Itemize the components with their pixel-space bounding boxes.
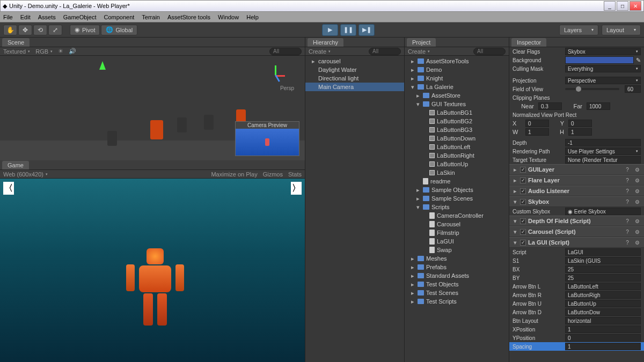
global-toggle[interactable]: 🌐Global [101,25,137,35]
hierarchy-create-dropdown[interactable]: Create [309,48,331,55]
custom-skybox-field[interactable]: ◉ Eerie Skybox [565,208,641,215]
expand-icon[interactable]: ▸ [410,76,415,81]
layers-dropdown[interactable]: Layers [559,25,598,35]
expand-icon[interactable]: ▸ [410,290,415,295]
script-field[interactable]: 1 [565,343,641,350]
project-item[interactable]: LaButtonBG1 [405,108,509,117]
expand-icon[interactable]: ▸ [410,67,415,72]
fov-slider[interactable] [565,88,619,90]
hierarchy-item[interactable]: ▸carousel [305,57,404,65]
project-item[interactable]: ▸Demo [405,65,509,74]
expand-icon[interactable]: ▸ [415,93,421,98]
stats-toggle[interactable]: Stats [288,171,302,178]
script-field[interactable]: 25 [565,274,641,282]
layout-dropdown[interactable]: Layout [602,25,641,35]
project-item[interactable]: ▸Sample Scenes [405,194,509,203]
component-enable-checkbox[interactable] [520,178,526,183]
expand-icon[interactable]: ▾ [410,84,415,90]
game-resolution-dropdown[interactable]: Web (600x420) [3,171,48,178]
script-field[interactable]: horizontal [565,317,641,324]
script-field[interactable]: 25 [565,265,641,273]
component-header[interactable]: ▾Skybox?⚙ [509,196,644,207]
project-item[interactable]: LaButtonBG3 [405,125,509,134]
rotate-tool-button[interactable]: ⟲ [33,25,47,35]
project-item[interactable]: ▸Test Objects [405,280,509,289]
project-item[interactable]: ▸Test Scripts [405,297,509,306]
scene-search-input[interactable] [269,48,302,55]
component-header[interactable]: ▸Flare Layer?⚙ [509,175,644,186]
project-item[interactable]: ▾La Galerie [405,83,509,91]
project-tab[interactable]: Project [407,38,436,47]
game-view[interactable]: 〈 〉 [0,179,305,362]
script-field[interactable]: LaSkin (GUIS [565,257,641,264]
scale-tool-button[interactable]: ⤢ [48,25,62,35]
help-icon[interactable]: ? [624,166,631,173]
project-item[interactable]: LaSkin [405,168,509,177]
help-icon[interactable]: ? [624,187,631,195]
expand-icon[interactable]: ▸ [513,178,518,183]
hierarchy-item[interactable]: Main Camera [305,83,404,91]
expand-icon[interactable]: ▾ [513,218,518,224]
expand-icon[interactable]: ▾ [415,204,421,210]
gear-icon[interactable]: ⚙ [633,217,641,225]
project-item[interactable]: ▸AssetStore [405,91,509,100]
project-item[interactable]: Swap [405,246,509,254]
scene-view[interactable]: Persp Camera Preview [0,56,305,160]
help-icon[interactable]: ? [624,239,631,246]
project-item[interactable]: LaButtonUp [405,160,509,168]
project-item[interactable]: ▸AssetStoreTools [405,57,509,65]
project-item[interactable]: ▸Test Scenes [405,289,509,297]
clear-flags-dropdown[interactable]: Skybox [565,48,641,55]
scene-tab[interactable]: Scene [2,38,30,47]
viewport-x-input[interactable]: 0 [525,120,549,127]
near-clip-input[interactable]: 0.3 [538,102,562,110]
project-item[interactable]: LaButtonRight [405,151,509,160]
audio-icon[interactable]: 🔊 [69,48,76,55]
next-arrow-button[interactable]: 〉 [291,182,302,195]
expand-icon[interactable]: ▸ [513,188,518,194]
component-enable-checkbox[interactable] [520,199,526,205]
project-item[interactable]: ▸Sample Objects [405,186,509,194]
eyedropper-icon[interactable]: ✎ [636,57,641,64]
component-header[interactable]: ▾Depth Of Field (Script)?⚙ [509,216,644,226]
component-enable-checkbox[interactable] [520,218,526,224]
menu-help[interactable]: Help [246,14,259,20]
gear-icon[interactable]: ⚙ [633,239,641,246]
expand-icon[interactable]: ▸ [410,299,415,304]
expand-icon[interactable]: ▾ [513,240,518,245]
project-item[interactable]: ▸Prefabs [405,263,509,271]
component-header[interactable]: ▸Audio Listener?⚙ [509,186,644,196]
menu-window[interactable]: Window [218,14,239,20]
game-tab[interactable]: Game [2,161,29,169]
hierarchy-search-input[interactable] [369,48,401,55]
prev-arrow-button[interactable]: 〈 [3,182,14,195]
script-field[interactable]: LaButtonDow [565,308,641,316]
projection-dropdown[interactable]: Perspective [565,77,641,84]
target-texture-field[interactable]: None (Render Textur [565,156,641,164]
maximize-on-play-toggle[interactable]: Maximize on Play [211,171,257,178]
move-tool-button[interactable]: ✥ [18,25,32,35]
gear-icon[interactable]: ⚙ [633,176,641,184]
pause-button[interactable]: ❚❚ [340,24,356,36]
menu-assetstore-tools[interactable]: AssetStore tools [167,14,210,20]
fov-input[interactable]: 60 [625,85,641,93]
script-field[interactable]: LaButtonLeft [565,283,641,290]
component-header[interactable]: ▸GUILayer?⚙ [509,164,644,175]
menu-assets[interactable]: Assets [38,14,56,20]
expand-icon[interactable]: ▸ [410,282,415,287]
project-item[interactable]: ▾GUI Textures [405,100,509,108]
pivot-toggle[interactable]: ◉Pivot [70,25,100,35]
menu-component[interactable]: Component [104,14,134,20]
component-enable-checkbox[interactable] [520,167,526,173]
menu-file[interactable]: File [3,14,13,20]
expand-icon[interactable]: ▸ [410,264,415,270]
expand-icon[interactable]: ▾ [415,101,421,107]
project-item[interactable]: ▸Knight [405,74,509,83]
depth-input[interactable]: -1 [565,139,641,146]
script-field[interactable]: LaButtonRigh [565,291,641,299]
hierarchy-tab[interactable]: Hierarchy [308,38,343,47]
background-color-field[interactable] [565,56,634,64]
scene-shading-dropdown[interactable]: Textured [3,48,30,55]
culling-mask-dropdown[interactable]: Everything [565,65,641,72]
step-button[interactable]: ▶❚ [358,24,375,36]
